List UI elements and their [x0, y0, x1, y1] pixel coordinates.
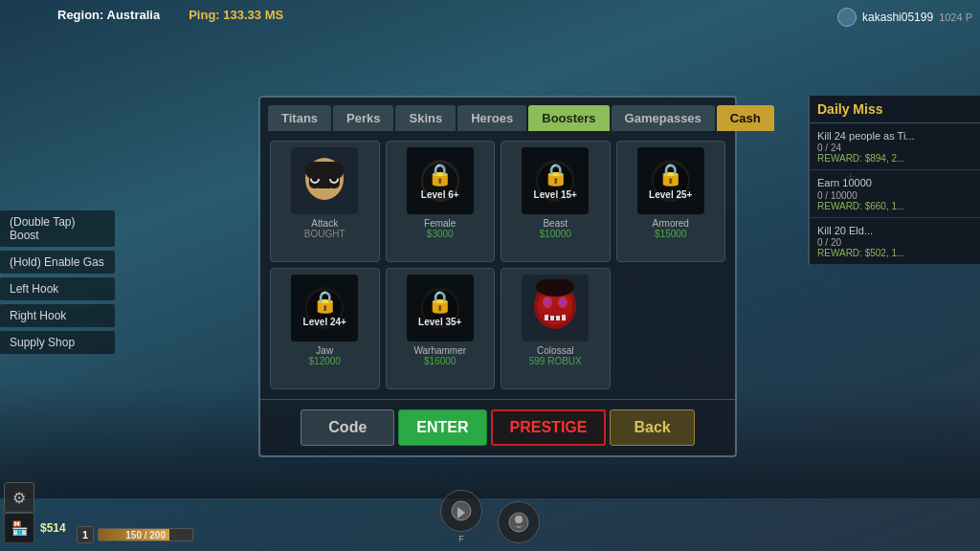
mission-0-desc: Kill 24 people as Ti...	[817, 129, 972, 143]
bottom-center-actions: F	[440, 490, 540, 543]
mission-2-progress: 0 / 20	[817, 237, 972, 248]
item-armored[interactable]: 🔒 Level 25+ Armored $15000	[616, 141, 726, 262]
left-buttons: (Double Tap) Boost (Hold) Enable Gas Lef…	[0, 210, 115, 354]
ping-text: Ping: 133.33 MS	[189, 8, 283, 22]
mission-1-reward: REWARD: $660, 1...	[817, 201, 972, 211]
level-badge: 1	[77, 526, 94, 543]
user-avatar	[837, 8, 857, 27]
jaw-lock-level: Level 24+	[303, 317, 346, 327]
mission-2-reward: REWARD: $502, 1...	[817, 248, 972, 258]
mission-0-reward: REWARD: $894, 2...	[817, 153, 972, 164]
beast-lock-level: Level 15+	[534, 189, 577, 200]
item-attack-price: BOUGHT	[304, 229, 345, 239]
item-colossal-name: Colossal	[537, 345, 573, 356]
tab-heroes[interactable]: Heroes	[457, 105, 526, 131]
action-f-icon[interactable]	[440, 490, 482, 532]
top-bar: Region: Australia Ping: 133.33 MS	[57, 8, 283, 22]
svg-rect-26	[562, 315, 566, 320]
action-f-wrapper: F	[440, 490, 482, 543]
action-jump-icon[interactable]	[498, 501, 540, 543]
item-armored-avatar: 🔒 Level 25+	[637, 147, 704, 214]
user-name: kakashi05199	[862, 11, 933, 24]
xp-text: 150 / 200	[125, 530, 166, 540]
item-jaw-name: Jaw	[316, 345, 333, 356]
item-armored-name: Armored	[653, 218, 689, 229]
item-female-avatar: 🔒 Level 6+	[407, 147, 474, 214]
item-female-name: Female	[424, 218, 456, 229]
action-jump-wrapper	[498, 501, 540, 543]
item-attack-avatar	[291, 147, 358, 214]
tab-perks[interactable]: Perks	[333, 105, 393, 131]
btn-left-hook[interactable]: Left Hook	[0, 277, 115, 300]
item-colossal-avatar	[522, 275, 589, 342]
daily-missions-title: Daily Miss	[810, 96, 980, 123]
svg-rect-24	[550, 316, 554, 320]
svg-rect-6	[305, 162, 344, 179]
warhammer-lock-level: Level 35+	[418, 317, 461, 327]
user-id: 1024 P	[939, 11, 972, 23]
btn-code[interactable]: Code	[301, 409, 394, 446]
svg-point-22	[560, 298, 566, 306]
tab-bar: Titans Perks Skins Heroes Boosters Gamep…	[260, 98, 735, 131]
xp-bar-wrapper: 150 / 200	[98, 528, 193, 541]
item-warhammer[interactable]: 🔒 Level 35+ Warhammer $16000	[386, 268, 496, 389]
item-colossal[interactable]: Colossal 599 ROBUX	[501, 268, 611, 389]
tab-gamepasses[interactable]: Gamepasses	[612, 105, 715, 131]
tab-boosters[interactable]: Boosters	[528, 105, 609, 131]
daily-mission-1: Earn 10000 0 / 10000 REWARD: $660, 1...	[810, 170, 980, 217]
item-attack-name: Attack	[311, 218, 338, 229]
top-right-user: kakashi05199 1024 P	[837, 8, 972, 27]
gear-section: ⚙	[4, 482, 34, 513]
armored-lock-icon: 🔒	[657, 163, 683, 187]
item-warhammer-avatar: 🔒 Level 35+	[407, 275, 474, 342]
mission-1-desc: Earn 10000	[817, 176, 972, 189]
item-beast[interactable]: 🔒 Level 15+ Beast $10000	[501, 141, 611, 262]
warhammer-lock-overlay: 🔒 Level 35+	[407, 275, 474, 342]
btn-enter[interactable]: ENTER	[398, 409, 486, 446]
item-colossal-price: 599 ROBUX	[529, 356, 582, 366]
item-beast-name: Beast	[543, 218, 568, 229]
jaw-lock-overlay: 🔒 Level 24+	[291, 275, 358, 342]
item-female-price: $3000	[427, 229, 454, 239]
btn-right-hook[interactable]: Right Hook	[0, 304, 115, 327]
daily-mission-2: Kill 20 Eld... 0 / 20 REWARD: $502, 1...	[810, 218, 980, 265]
shop-panel: Titans Perks Skins Heroes Boosters Gamep…	[258, 96, 737, 457]
item-jaw[interactable]: 🔒 Level 24+ Jaw $12000	[270, 268, 380, 389]
items-grid: Attack BOUGHT 🔒 Level 6+ Female $3000	[260, 131, 735, 399]
svg-rect-25	[556, 316, 560, 320]
item-armored-price: $15000	[655, 229, 686, 239]
jaw-lock-icon: 🔒	[312, 290, 338, 315]
btn-double-tap-boost[interactable]: (Double Tap) Boost	[0, 210, 115, 247]
warhammer-lock-icon: 🔒	[427, 290, 453, 315]
daily-missions-panel: Daily Miss Kill 24 people as Ti... 0 / 2…	[808, 96, 980, 265]
gear-button[interactable]: ⚙	[4, 482, 34, 513]
beast-lock-icon: 🔒	[543, 163, 568, 187]
svg-point-30	[515, 516, 523, 523]
item-jaw-avatar: 🔒 Level 24+	[291, 275, 358, 342]
btn-enable-gas[interactable]: (Hold) Enable Gas	[0, 251, 115, 274]
btn-prestige[interactable]: PRESTIGE	[491, 409, 607, 446]
btn-supply-shop[interactable]: Supply Shop	[0, 331, 115, 354]
daily-mission-0: Kill 24 people as Ti... 0 / 24 REWARD: $…	[810, 123, 980, 170]
item-attack[interactable]: Attack BOUGHT	[270, 141, 380, 262]
item-beast-avatar: 🔒 Level 15+	[522, 147, 589, 214]
tab-skins[interactable]: Skins	[395, 105, 456, 131]
bottom-buttons: Code ENTER PRESTIGE Back	[260, 399, 735, 455]
armored-lock-level: Level 25+	[649, 189, 692, 200]
item-female[interactable]: 🔒 Level 6+ Female $3000	[386, 141, 496, 262]
svg-rect-23	[545, 315, 548, 320]
item-warhammer-price: $16000	[424, 356, 456, 366]
cash-display: $514	[40, 521, 66, 535]
mission-1-progress: 0 / 10000	[817, 190, 972, 201]
female-lock-icon: 🔒	[427, 163, 453, 187]
btn-back[interactable]: Back	[610, 409, 694, 446]
female-lock-level: Level 6+	[421, 189, 459, 200]
shop-icon-button[interactable]: 🏪	[4, 513, 34, 543]
item-beast-price: $10000	[540, 229, 571, 239]
armored-lock-overlay: 🔒 Level 25+	[637, 147, 704, 214]
item-jaw-price: $12000	[309, 356, 341, 366]
beast-lock-overlay: 🔒 Level 15+	[522, 147, 589, 214]
female-lock-overlay: 🔒 Level 6+	[407, 147, 474, 214]
tab-cash[interactable]: Cash	[717, 105, 774, 131]
tab-titans[interactable]: Titans	[268, 105, 331, 131]
